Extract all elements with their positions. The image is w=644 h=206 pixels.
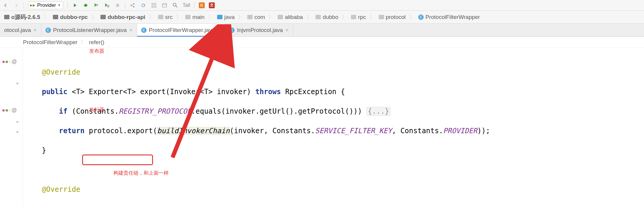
translate-plugin-icon[interactable]: G [199,2,205,8]
close-icon[interactable]: ✕ [285,28,289,33]
share-icon[interactable] [129,2,136,9]
tab-protocol-listener-wrapper[interactable]: CProtocolListenerWrapper.java✕ [41,24,137,36]
chevron-right-icon: 〉 [268,13,275,21]
breadcrumb-item[interactable]: alibaba [277,14,304,20]
code-area[interactable]: 发布器 @Override public <T> Exporter<T> exp… [23,48,644,206]
breadcrumb-item[interactable]: main [184,14,206,20]
folder-icon [278,15,283,19]
folder-icon [316,15,321,19]
chevron-right-icon: 〉 [207,13,214,21]
svg-rect-14 [162,4,167,7]
tab-otocol[interactable]: otocol.java✕ [0,24,41,36]
chevron-right-icon: 〉 [306,13,313,21]
forward-icon[interactable] [13,2,19,9]
svg-rect-13 [155,6,156,7]
fold-marker-icon[interactable] [16,121,19,123]
chevron-right-icon: 〉 [148,13,155,21]
chevron-right-icon: 〉 [43,13,50,21]
svg-rect-12 [155,3,156,5]
toolbar-separator [194,2,195,9]
folder-icon [158,15,163,19]
folder-icon [217,15,222,19]
svg-rect-4 [116,4,119,7]
chevron-down-icon: ▼ [58,4,61,7]
fold-marker-icon[interactable] [16,83,19,85]
annotation-label: 构建责任链，和上面一样 [113,168,169,178]
profile-icon[interactable] [104,2,110,9]
folder-icon [53,15,58,19]
chevron-right-icon: 〉 [409,13,415,21]
breadcrumb-item[interactable]: com [246,14,266,20]
breadcrumb-item[interactable]: dubbo-rpc-api [99,14,147,20]
class-icon: C [45,28,51,33]
chevron-right-icon: 〉 [91,13,97,21]
plugin-icon[interactable]: 文 [209,2,215,8]
chevron-right-icon: 〉 [238,13,244,21]
run-config-label: Provider [37,2,56,8]
class-icon: C [141,28,147,33]
structure-icon[interactable] [151,2,157,9]
tab-protocol-filter-wrapper[interactable]: CProtocolFilterWrapper.java✕ [137,24,225,36]
breadcrumb-item[interactable]: dubbo [314,14,339,20]
override-gutter-icon[interactable]: ↑ @ [2,59,17,65]
class-icon: C [229,28,235,33]
toolbar-separator [24,2,24,9]
window-icon[interactable] [161,2,168,9]
folder-icon [185,15,191,19]
breadcrumb: o源码-2.6.5〉 dubbo-rpc〉 dubbo-rpc-api〉 src… [0,11,644,24]
svg-rect-11 [152,6,153,7]
nav-class[interactable]: ProtocolFilterWrapper [23,39,77,46]
chevron-right-icon: 〉 [341,13,348,21]
stop-icon[interactable] [114,2,121,9]
run-config-icon: ▸▸ [30,2,35,8]
annotation-label: 发布器 [89,46,104,56]
svg-line-17 [176,6,177,7]
close-icon[interactable]: ✕ [33,28,37,33]
breadcrumb-item[interactable]: CProtocolFilterWrapper [417,14,481,20]
breadcrumb-item[interactable]: protocol [378,14,407,20]
folder-icon [100,15,106,19]
breadcrumb-item[interactable]: java [216,14,236,20]
chevron-right-icon: 〉 [175,13,182,21]
svg-line-9 [131,6,134,7]
breadcrumb-item[interactable]: rpc [350,14,367,20]
class-icon: C [418,15,424,20]
svg-point-3 [107,5,109,7]
folded-block[interactable]: {...} [366,107,391,116]
editor-tabbar: otocol.java✕ CProtocolListenerWrapper.ja… [0,24,644,37]
close-icon[interactable]: ✕ [217,28,221,33]
chevron-right-icon: 〉 [369,13,376,21]
debug-icon[interactable] [82,2,89,9]
magnify-icon[interactable] [172,2,178,9]
svg-line-18 [173,36,221,157]
search-placeholder: Tall [183,2,190,8]
override-gutter-icon[interactable]: ↑ @ [2,107,17,113]
svg-rect-10 [152,3,153,5]
run-icon[interactable] [72,2,78,9]
breadcrumb-item[interactable]: src [157,14,174,20]
gutter[interactable]: ↑ @ ↑ @ [0,48,23,206]
back-icon[interactable] [2,2,9,9]
coverage-icon[interactable] [93,2,100,9]
svg-point-16 [173,3,176,6]
annotation-box [82,154,153,165]
chevron-right-icon: 〉 [80,38,86,46]
folder-icon [4,15,9,19]
tab-injvm-protocol[interactable]: CInjvmProtocol.java✕ [225,24,293,36]
run-config-dropdown[interactable]: ▸▸ Provider ▼ [28,1,63,9]
breadcrumb-item[interactable]: dubbo-rpc [52,14,89,20]
folder-icon [351,15,356,19]
folder-icon [379,15,384,19]
editor: ↑ @ ↑ @ 发布器 @Override public <T> Exporte… [0,48,644,206]
toolbar-separator [125,2,125,9]
svg-line-8 [131,4,134,5]
nav-method[interactable]: refer() [89,39,104,46]
sync-icon[interactable] [140,2,147,9]
annotation-label: 执行器 [89,105,104,115]
toolbar-separator [67,2,68,9]
fold-marker-icon[interactable] [16,131,19,133]
breadcrumb-item[interactable]: o源码-2.6.5 [3,13,41,21]
close-icon[interactable]: ✕ [129,28,133,33]
folder-icon [247,15,253,19]
svg-point-0 [84,4,87,7]
